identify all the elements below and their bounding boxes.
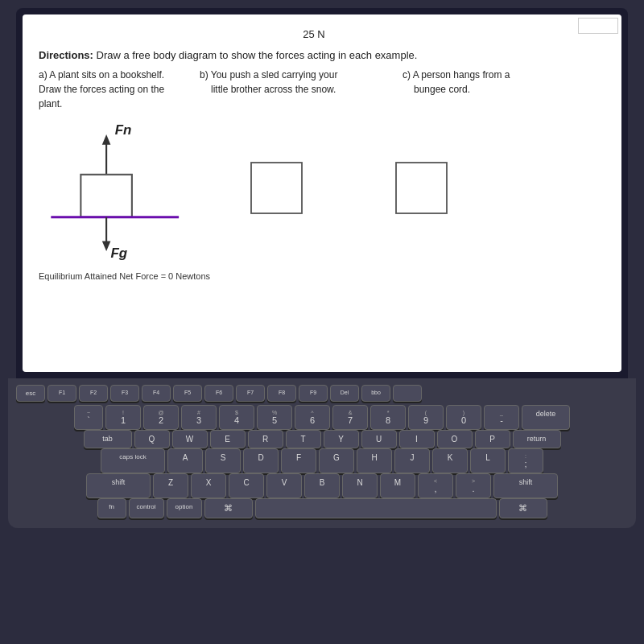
key-j[interactable]: J xyxy=(394,448,430,473)
key-option[interactable]: option xyxy=(167,498,202,518)
f11-key[interactable]: bbo xyxy=(361,385,390,402)
laptop-body: 25 N Directions: Draw a free body diagra… xyxy=(0,0,644,644)
example-col-a: a) A plant sits on a bookshelf. Draw the… xyxy=(39,68,200,111)
key-e[interactable]: E xyxy=(210,430,246,448)
key-4[interactable]: $4 xyxy=(219,405,254,430)
f2-key[interactable]: F2 xyxy=(79,385,108,402)
z-row: shift Z X C V B N M <, >. shift xyxy=(16,473,628,498)
f12-key[interactable] xyxy=(393,385,422,402)
key-semicolon[interactable]: :; xyxy=(508,448,543,473)
example-a-text1: A plant sits on a bookshelf. xyxy=(49,69,164,80)
key-g[interactable]: G xyxy=(319,448,354,473)
key-n[interactable]: N xyxy=(342,473,378,498)
key-shift-left[interactable]: shift xyxy=(86,473,151,498)
key-minus[interactable]: _- xyxy=(484,405,519,430)
key-tilde[interactable]: ~` xyxy=(74,405,103,430)
key-t[interactable]: T xyxy=(286,430,321,448)
svg-marker-2 xyxy=(102,134,111,145)
esc-key[interactable]: esc xyxy=(16,385,45,402)
key-l[interactable]: L xyxy=(470,448,506,473)
key-space[interactable] xyxy=(255,498,497,518)
key-b[interactable]: B xyxy=(304,473,340,498)
key-cmd-left[interactable]: ⌘ xyxy=(204,498,253,518)
example-b-label: b) xyxy=(200,69,208,80)
key-y[interactable]: Y xyxy=(324,430,359,448)
f3-key[interactable]: F3 xyxy=(110,385,139,402)
key-shift-right[interactable]: shift xyxy=(493,473,558,498)
key-q[interactable]: Q xyxy=(134,430,170,448)
a-row: caps lock A S D F G H J K L :; xyxy=(16,448,628,473)
key-m[interactable]: M xyxy=(380,473,415,498)
f5-key[interactable]: F5 xyxy=(173,385,202,402)
svg-rect-8 xyxy=(251,163,302,213)
key-w[interactable]: W xyxy=(172,430,208,448)
key-r[interactable]: R xyxy=(248,430,283,448)
key-z[interactable]: Z xyxy=(153,473,188,498)
key-p[interactable]: P xyxy=(475,430,510,448)
key-5[interactable]: %5 xyxy=(257,405,292,430)
example-a-label: a) xyxy=(39,69,47,80)
key-0[interactable]: )0 xyxy=(446,405,481,430)
key-backspace[interactable]: delete xyxy=(522,405,570,430)
example-c-text2: bungee cord. xyxy=(402,84,470,95)
key-ctrl[interactable]: control xyxy=(129,498,164,518)
screen: 25 N Directions: Draw a free body diagra… xyxy=(23,14,621,372)
key-return[interactable]: return xyxy=(513,430,561,448)
f4-key[interactable]: F4 xyxy=(142,385,171,402)
key-k[interactable]: K xyxy=(432,448,468,473)
directions-bold: Directions: xyxy=(39,49,93,61)
key-c[interactable]: C xyxy=(229,473,264,498)
f8-key[interactable]: F8 xyxy=(267,385,296,402)
f9-key[interactable]: F9 xyxy=(299,385,328,402)
key-2[interactable]: @2 xyxy=(143,405,179,430)
key-9[interactable]: (9 xyxy=(408,405,444,430)
paper-content: 25 N Directions: Draw a free body diagra… xyxy=(23,14,621,372)
q-row: tab Q W E R T Y U I O P return xyxy=(16,430,628,448)
diagram-b xyxy=(216,119,345,264)
key-1[interactable]: !1 xyxy=(105,405,141,430)
svg-text:Fn: Fn xyxy=(115,122,132,138)
key-8[interactable]: *8 xyxy=(370,405,406,430)
f1-key[interactable]: F1 xyxy=(47,385,76,402)
key-comma[interactable]: <, xyxy=(418,473,453,498)
svg-rect-3 xyxy=(80,175,132,217)
example-c-text1: A person hangs from a xyxy=(413,69,510,80)
f6-key[interactable]: F6 xyxy=(204,385,233,402)
directions-text: Draw a free body diagram to show the for… xyxy=(93,49,418,61)
key-period[interactable]: >. xyxy=(456,473,491,498)
f10-key[interactable]: Del xyxy=(330,385,359,402)
keyboard-area: esc F1 F2 F3 F4 F5 F6 F7 F8 F9 Del bbo ~… xyxy=(8,378,636,528)
key-tab[interactable]: tab xyxy=(84,430,132,448)
key-v[interactable]: V xyxy=(266,473,302,498)
svg-rect-9 xyxy=(396,163,447,213)
key-a[interactable]: A xyxy=(167,448,203,473)
key-cmd-right[interactable]: ⌘ xyxy=(499,498,547,518)
key-7[interactable]: &7 xyxy=(332,405,368,430)
key-3[interactable]: #3 xyxy=(181,405,217,430)
directions-line: Directions: Draw a free body diagram to … xyxy=(39,48,605,63)
key-f[interactable]: F xyxy=(281,448,316,473)
key-o[interactable]: O xyxy=(437,430,473,448)
svg-text:Fg: Fg xyxy=(110,246,127,261)
example-col-c: c) A person hangs from a bungee cord. xyxy=(402,68,605,111)
examples-row: a) A plant sits on a bookshelf. Draw the… xyxy=(39,68,605,111)
key-fn[interactable]: fn xyxy=(97,498,126,518)
number-row: ~` !1 @2 #3 $4 %5 ^6 &7 *8 (9 )0 _- dele… xyxy=(16,405,628,430)
equilibrium-text: Equilibrium Attained Net Force = 0 Newto… xyxy=(39,270,605,283)
f7-key[interactable]: F7 xyxy=(236,385,265,402)
key-capslock[interactable]: caps lock xyxy=(101,448,165,473)
key-i[interactable]: I xyxy=(399,430,435,448)
top-label: 25 N xyxy=(23,27,605,42)
key-6[interactable]: ^6 xyxy=(295,405,330,430)
svg-marker-6 xyxy=(102,242,111,252)
key-h[interactable]: H xyxy=(357,448,392,473)
example-b-text2: little brother across the snow. xyxy=(200,84,336,95)
key-x[interactable]: X xyxy=(191,473,226,498)
key-d[interactable]: D xyxy=(243,448,279,473)
key-u[interactable]: U xyxy=(361,430,397,448)
diagram-c xyxy=(361,119,489,264)
top-right-box xyxy=(578,18,618,34)
example-a-text2: Draw the forces acting on the xyxy=(39,84,164,95)
key-s[interactable]: S xyxy=(205,448,241,473)
diagram-a: Fn Fg xyxy=(39,119,200,264)
